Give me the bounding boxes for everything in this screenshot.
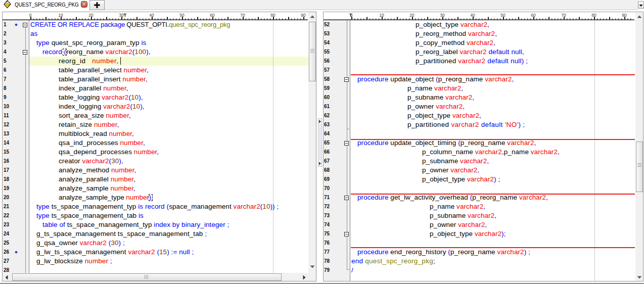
svg-text:80: 80 <box>591 13 596 18</box>
svg-text:50: 50 <box>500 13 505 18</box>
svg-text:60: 60 <box>531 13 536 18</box>
svg-text:70: 70 <box>561 13 566 18</box>
svg-text:60: 60 <box>210 13 215 18</box>
svg-text:90: 90 <box>301 13 306 18</box>
svg-text:40: 40 <box>470 13 475 18</box>
svg-text:50: 50 <box>179 13 185 18</box>
svg-text:70: 70 <box>240 13 245 18</box>
svg-text:20: 20 <box>88 13 94 18</box>
svg-text:90: 90 <box>622 13 627 18</box>
svg-text:30: 30 <box>440 13 445 18</box>
svg-text:40: 40 <box>149 13 154 18</box>
svg-text:10: 10 <box>58 13 63 18</box>
svg-text:20: 20 <box>409 13 415 18</box>
svg-text:0: 0 <box>29 13 32 18</box>
svg-text:10: 10 <box>379 13 384 18</box>
svg-text:80: 80 <box>270 13 275 18</box>
